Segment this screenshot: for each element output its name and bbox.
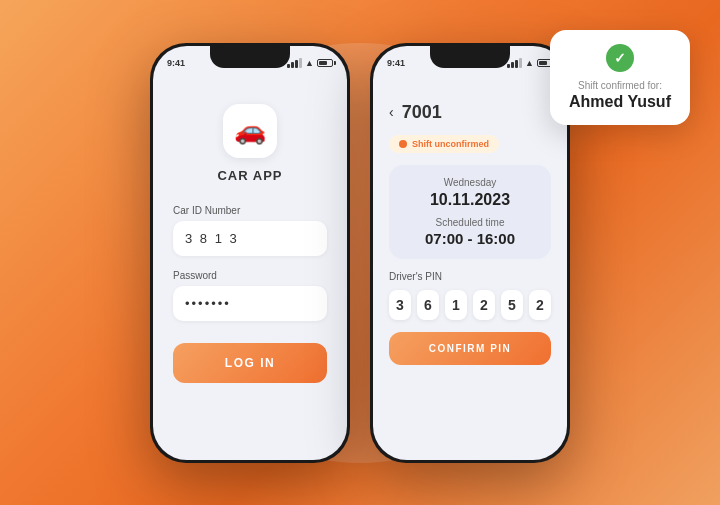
battery-fill-shift: [539, 61, 547, 65]
notch-login: [210, 46, 290, 68]
pin-digit-5[interactable]: 5: [501, 290, 523, 320]
badge-dot: [399, 140, 407, 148]
status-time-login: 9:41: [167, 58, 185, 68]
phone-shift-screen: 9:41 ▲ ‹ 7001 Shif: [373, 46, 567, 460]
shift-date: 10.11.2023: [401, 191, 539, 209]
login-button[interactable]: LOG IN: [173, 343, 327, 383]
shift-content: ‹ 7001 Shift unconfirmed Wednesday 10.11…: [373, 74, 567, 381]
confirm-pin-button[interactable]: CONFIRM PIN: [389, 332, 551, 365]
pin-digits: 3 6 1 2 5 2: [389, 290, 551, 320]
shift-day: Wednesday: [401, 177, 539, 188]
signal-bars-login: [287, 58, 302, 68]
pin-digit-6[interactable]: 2: [529, 290, 551, 320]
pin-section: Driver's PIN 3 6 1 2 5 2 CONFIRM PIN: [389, 271, 551, 365]
password-label: Password: [173, 270, 327, 281]
car-icon: 🚗: [234, 115, 266, 146]
car-id-group: Car ID Number 3 8 1 3: [173, 205, 327, 256]
shift-status-badge: Shift unconfirmed: [389, 135, 499, 153]
phone-login-screen: 9:41 ▲ 🚗 CAR APP Car ID Number: [153, 46, 347, 460]
shift-info-block: Wednesday 10.11.2023 Scheduled time 07:0…: [389, 165, 551, 259]
notch-shift: [430, 46, 510, 68]
car-id-label: Car ID Number: [173, 205, 327, 216]
car-id-input[interactable]: 3 8 1 3: [173, 221, 327, 256]
badge-text: Shift unconfirmed: [412, 139, 489, 149]
confirmation-toast: ✓ Shift confirmed for: Ahmed Yusuf: [550, 30, 690, 125]
phone-shift: 9:41 ▲ ‹ 7001 Shif: [370, 43, 570, 463]
back-arrow-icon[interactable]: ‹: [389, 104, 394, 120]
checkmark-icon: ✓: [614, 50, 626, 66]
pin-digit-3[interactable]: 1: [445, 290, 467, 320]
shift-id: 7001: [402, 102, 442, 123]
login-content: 🚗 CAR APP Car ID Number 3 8 1 3 Password…: [153, 74, 347, 403]
status-right-login: ▲: [287, 58, 333, 68]
pin-digit-1[interactable]: 3: [389, 290, 411, 320]
toast-name: Ahmed Yusuf: [568, 93, 672, 111]
battery-login: [317, 59, 333, 67]
shift-time-label: Scheduled time: [401, 217, 539, 228]
status-right-shift: ▲: [507, 58, 553, 68]
phone-login: 9:41 ▲ 🚗 CAR APP Car ID Number: [150, 43, 350, 463]
wifi-icon-shift: ▲: [525, 58, 534, 68]
password-input[interactable]: •••••••: [173, 286, 327, 321]
toast-subtitle: Shift confirmed for:: [568, 80, 672, 91]
pin-label: Driver's PIN: [389, 271, 551, 282]
app-title: CAR APP: [217, 168, 282, 183]
signal-bars-shift: [507, 58, 522, 68]
phones-container: 9:41 ▲ 🚗 CAR APP Car ID Number: [150, 43, 570, 463]
password-group: Password •••••••: [173, 270, 327, 321]
battery-fill-login: [319, 61, 327, 65]
pin-digit-4[interactable]: 2: [473, 290, 495, 320]
pin-digit-2[interactable]: 6: [417, 290, 439, 320]
shift-header: ‹ 7001: [389, 102, 551, 123]
toast-check-circle: ✓: [606, 44, 634, 72]
status-time-shift: 9:41: [387, 58, 405, 68]
car-icon-container: 🚗: [223, 104, 277, 158]
shift-time: 07:00 - 16:00: [401, 230, 539, 247]
wifi-icon-login: ▲: [305, 58, 314, 68]
